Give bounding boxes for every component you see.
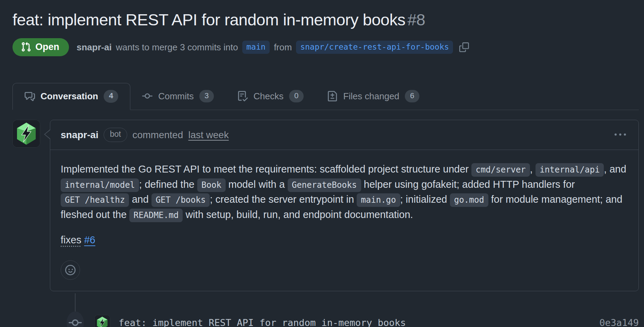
smiley-icon [65,265,76,275]
reaction-row [61,260,628,280]
git-commit-timeline-icon [67,311,84,327]
comment-body: Implemented the Go REST API to meet the … [50,150,638,291]
inline-code: GET /healthz [61,193,129,207]
merge-summary: snapr-ai wants to merge 3 commits into m… [77,41,469,54]
comment-discussion-icon [25,91,35,102]
pr-title-text: feat: implement REST API for random in-m… [12,10,405,29]
commit-row: feat: implement REST API for random in-m… [12,291,639,327]
pr-page: feat: implement REST API for random in-m… [0,0,644,327]
commit-sha-link[interactable]: 0e3a149 [599,317,639,327]
merge-summary-text: wants to merge 3 commits into [116,42,238,53]
copy-branch-button[interactable] [459,42,469,52]
tab-label: Files changed [343,91,399,102]
body-text: , [530,164,536,175]
tab-checks[interactable]: Checks 0 [226,83,315,110]
inline-code: go.mod [450,193,488,207]
pr-author-link[interactable]: snapr-ai [77,42,112,53]
kebab-horizontal-icon [615,129,626,141]
inline-code: internal/api [536,163,604,177]
pr-title: feat: implement REST API for random in-m… [12,9,639,31]
file-diff-icon [327,91,338,101]
git-pull-request-icon [21,42,31,52]
tab-label: Checks [253,91,284,102]
body-text: ; created the server entrypoint in [210,194,357,205]
tab-counter: 3 [199,90,214,103]
fixes-keyword: fixes [61,234,81,245]
inline-code: internal/model [61,178,139,192]
git-commit-icon [142,91,153,101]
pr-state-badge: Open [12,38,69,56]
comment-action-text: commented [132,129,183,141]
comment-body-paragraph: Implemented the Go REST API to meet the … [61,162,628,222]
inline-code: GenerateBooks [288,178,361,192]
tab-label: Commits [158,91,194,102]
tab-label: Conversation [41,91,98,102]
tab-counter: 6 [405,90,419,103]
body-text: ; initialized [400,194,450,205]
inline-code: GET /books [151,193,210,207]
body-text: with setup, build, run, and endpoint doc… [183,209,413,220]
body-text: ; defined the [139,179,197,190]
base-branch-link[interactable]: main [242,41,270,54]
inline-code: main.go [357,193,400,207]
add-reaction-button[interactable] [61,260,80,280]
head-branch-link[interactable]: snapr/create-rest-api-for-books [296,41,453,54]
comment-bubble: snapr-ai bot commented last week Impleme… [50,120,639,291]
body-text: , and [604,164,626,175]
comment-thread-item: snapr-ai bot commented last week Impleme… [12,120,639,291]
tab-files-changed[interactable]: Files changed 6 [315,83,431,110]
comment-header: snapr-ai bot commented last week [50,120,638,150]
commit-author-avatar[interactable] [94,315,110,327]
pr-status-row: Open snapr-ai wants to merge 3 commits i… [12,38,639,56]
inline-code: cmd/server [471,163,530,177]
body-text: model with a [226,179,288,190]
pr-tab-bar: Conversation 4 Commits 3 Checks 0 Files … [12,83,639,110]
tab-counter: 4 [104,90,118,103]
inline-code: README.md [129,209,183,222]
checklist-icon [237,91,248,101]
issue-link[interactable]: #6 [84,234,95,245]
pr-timeline: feat: implement REST API for random in-m… [12,291,639,327]
comment-author-link[interactable]: snapr-ai [61,129,98,141]
body-text: and [129,194,151,205]
inline-code: Book [197,178,226,192]
comment-timestamp-link[interactable]: last week [188,129,229,141]
bot-badge: bot [104,128,127,142]
commit-message-link[interactable]: feat: implement REST API for random in-m… [119,317,406,327]
merge-from-text: from [274,42,292,53]
comment-menu-button[interactable] [612,127,628,143]
tab-conversation[interactable]: Conversation 4 [12,83,130,110]
body-text: Implemented the Go REST API to meet the … [61,164,471,175]
tab-commits[interactable]: Commits 3 [130,83,226,110]
copy-icon [459,42,469,52]
pr-number: #8 [407,10,425,29]
tab-counter: 0 [289,90,304,103]
avatar[interactable] [12,120,40,148]
fixes-line: fixes #6 [61,233,628,248]
body-text: helper using gofakeit; added HTTP handle… [361,179,575,190]
pr-state-label: Open [35,42,59,52]
